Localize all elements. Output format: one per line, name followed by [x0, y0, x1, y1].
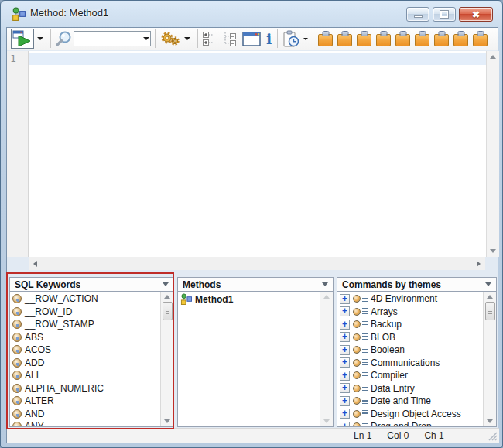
- expand-plus-icon[interactable]: +: [340, 306, 350, 316]
- editor-horizontal-scrollbar[interactable]: [29, 257, 485, 270]
- gears-icon: [159, 29, 181, 48]
- theme-icon: [353, 371, 361, 379]
- chevron-down-icon[interactable]: [485, 282, 491, 286]
- method-options-button[interactable]: [159, 29, 181, 48]
- sql-keyword-item[interactable]: ADD: [10, 357, 160, 370]
- expand-plus-icon[interactable]: +: [340, 320, 350, 330]
- maximize-button[interactable]: [433, 7, 456, 22]
- theme-item[interactable]: + Data Entry: [337, 382, 483, 395]
- sql-keyword-icon: [12, 320, 22, 329]
- sql-keyword-item[interactable]: __ROW_ID: [10, 306, 160, 319]
- theme-item[interactable]: + Backup: [337, 318, 483, 331]
- scroll-left-button[interactable]: [33, 261, 37, 267]
- scroll-down-button[interactable]: [490, 249, 496, 253]
- themes-scrollbar[interactable]: [483, 292, 496, 426]
- clipboard-1-button[interactable]: [317, 31, 334, 47]
- scroll-up-button[interactable]: [487, 295, 493, 299]
- expand-plus-icon[interactable]: +: [340, 294, 350, 304]
- sql-keyword-label: __ROW_STAMP: [25, 319, 94, 330]
- methods-panel: Methods Method1: [177, 277, 334, 427]
- expand-plus-icon[interactable]: +: [340, 345, 350, 355]
- scrollbar-thumb[interactable]: [485, 302, 495, 320]
- sql-keyword-item[interactable]: __ROW_STAMP: [10, 318, 160, 331]
- code-text-area[interactable]: [29, 51, 486, 257]
- expand-plus-icon[interactable]: +: [340, 409, 350, 419]
- expand-plus-icon[interactable]: +: [340, 396, 350, 406]
- clipboard-history-dropdown-arrow[interactable]: [303, 38, 308, 40]
- sql-keyword-item[interactable]: ACOS: [10, 344, 160, 357]
- theme-list-icon: [362, 321, 368, 329]
- sql-keyword-icon: [12, 307, 22, 316]
- editor-vertical-scrollbar[interactable]: [486, 51, 499, 257]
- run-dropdown-arrow[interactable]: [37, 37, 43, 40]
- commands-by-themes-header[interactable]: Commands by themes: [337, 277, 497, 292]
- search-icon: [55, 30, 72, 47]
- scroll-down-button[interactable]: [487, 419, 493, 423]
- clipboard-history-button[interactable]: [282, 30, 300, 48]
- current-line-highlight: [29, 53, 486, 65]
- theme-item[interactable]: + Design Object Access: [337, 408, 483, 421]
- scroll-up-button[interactable]: [490, 55, 496, 59]
- methods-scrollbar[interactable]: [320, 292, 333, 426]
- info-button[interactable]: i: [266, 32, 272, 46]
- expand-plus-icon[interactable]: +: [340, 422, 350, 426]
- options-dropdown-arrow[interactable]: [184, 37, 190, 40]
- sql-keyword-icon: [12, 371, 22, 380]
- theme-item[interactable]: + 4D Environment: [337, 292, 483, 306]
- sql-keyword-item[interactable]: ALPHA_NUMERIC: [10, 382, 160, 395]
- scroll-down-button[interactable]: [164, 419, 170, 423]
- collapse-all-icon: [222, 31, 238, 46]
- search-dropdown-arrow[interactable]: [143, 37, 149, 40]
- sql-keyword-item[interactable]: ANY: [10, 420, 160, 426]
- expand-all-button[interactable]: [202, 31, 217, 46]
- scroll-down-button[interactable]: [323, 419, 330, 423]
- bottom-panels: SQL Keywords __ROW_ACTION __ROW_ID __ROW…: [7, 277, 499, 427]
- theme-item[interactable]: + Date and Time: [337, 395, 483, 408]
- clipboard-4-button[interactable]: [375, 31, 392, 47]
- clipboard-9-button[interactable]: [472, 31, 488, 47]
- theme-item[interactable]: + BLOB: [337, 331, 483, 344]
- new-window-button[interactable]: [242, 31, 262, 47]
- methods-header[interactable]: Methods: [177, 277, 334, 292]
- search-combobox[interactable]: [74, 31, 151, 46]
- sql-keywords-scrollbar[interactable]: [160, 292, 173, 426]
- sql-keyword-label: ALPHA_NUMERIC: [25, 383, 104, 394]
- collapse-all-button[interactable]: [222, 31, 238, 46]
- theme-item[interactable]: + Drag and Drop: [337, 420, 483, 426]
- theme-item[interactable]: + Arrays: [337, 306, 483, 319]
- expand-plus-icon[interactable]: +: [340, 383, 350, 393]
- expand-plus-icon[interactable]: +: [340, 332, 350, 342]
- sql-keyword-item[interactable]: __ROW_ACTION: [10, 292, 160, 306]
- clipboard-6-button[interactable]: [414, 31, 430, 47]
- run-method-button[interactable]: [11, 29, 34, 49]
- chevron-down-icon[interactable]: [163, 282, 169, 286]
- sql-keywords-header[interactable]: SQL Keywords: [9, 277, 174, 292]
- close-button[interactable]: ✖: [459, 7, 493, 22]
- clipboard-5-button[interactable]: [395, 31, 411, 47]
- theme-item[interactable]: + Boolean: [337, 344, 483, 357]
- search-input[interactable]: [76, 32, 139, 45]
- theme-item[interactable]: + Compiler: [337, 369, 483, 382]
- clipboard-2-button[interactable]: [337, 31, 353, 47]
- scroll-up-button[interactable]: [323, 295, 330, 299]
- resize-grip[interactable]: [488, 431, 498, 441]
- sql-keyword-item[interactable]: AND: [10, 408, 160, 421]
- sql-keyword-item[interactable]: ALTER: [10, 395, 160, 408]
- clipboard-3-button[interactable]: [356, 31, 372, 47]
- chevron-down-icon[interactable]: [322, 282, 328, 286]
- titlebar[interactable]: Method: Method1 ✖: [1, 1, 502, 27]
- scrollbar-thumb[interactable]: [163, 302, 173, 320]
- scroll-right-button[interactable]: [477, 261, 481, 267]
- method-item[interactable]: Method1: [178, 292, 320, 306]
- theme-list-icon: [362, 423, 368, 426]
- minimize-button[interactable]: [406, 7, 429, 22]
- sql-keyword-icon: [12, 345, 22, 354]
- expand-plus-icon[interactable]: +: [340, 371, 350, 381]
- sql-keyword-item[interactable]: ALL: [10, 369, 160, 382]
- theme-item[interactable]: + Communications: [337, 357, 483, 370]
- scroll-up-button[interactable]: [164, 295, 170, 299]
- expand-plus-icon[interactable]: +: [340, 357, 350, 368]
- clipboard-8-button[interactable]: [453, 31, 469, 47]
- sql-keyword-item[interactable]: ABS: [10, 331, 160, 344]
- clipboard-7-button[interactable]: [433, 31, 450, 47]
